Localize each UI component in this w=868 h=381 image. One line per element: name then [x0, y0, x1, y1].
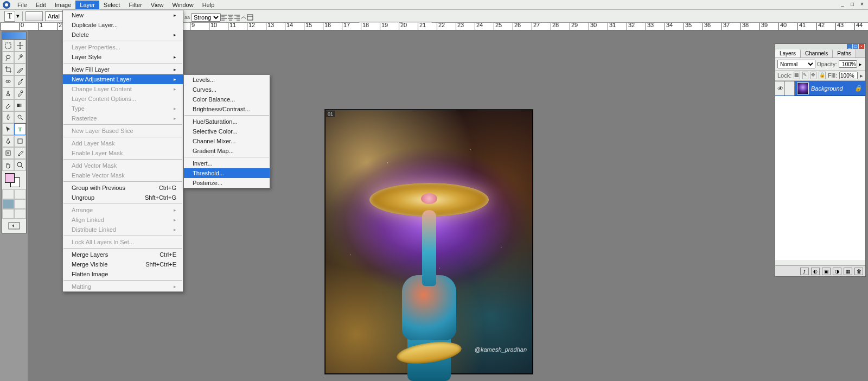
color-swatches[interactable]	[2, 171, 26, 189]
stamp-tool[interactable]	[2, 87, 14, 99]
lock-transparency-button[interactable]: ▩	[794, 72, 800, 79]
quickmask-mode[interactable]	[14, 189, 26, 199]
minimize-button[interactable]: _	[839, 1, 846, 8]
brush-tool[interactable]	[14, 75, 26, 87]
fill-arrow-icon[interactable]: ▸	[860, 72, 863, 79]
panel-close-icon[interactable]: ×	[859, 44, 864, 49]
opacity-input[interactable]	[839, 60, 857, 68]
standard-mode[interactable]	[2, 189, 14, 199]
panel-maximize-icon[interactable]: □	[853, 44, 858, 49]
antialias-select[interactable]: Strong	[191, 13, 221, 22]
foreground-color[interactable]	[5, 173, 15, 183]
menu-item-merge-visible[interactable]: Merge VisibleShft+Ctrl+E	[63, 259, 183, 269]
document-canvas[interactable]: @kamesh_pradhan 01	[325, 110, 533, 374]
menu-item-merge-layers[interactable]: Merge LayersCtrl+E	[63, 250, 183, 259]
marquee-tool[interactable]	[2, 40, 14, 52]
layer-row-background[interactable]: 👁 Background 🔒	[775, 81, 865, 96]
fill-input[interactable]	[839, 72, 858, 79]
hand-tool[interactable]	[2, 159, 14, 171]
blend-mode-select[interactable]: Normal	[777, 60, 815, 68]
tab-paths[interactable]: Paths	[833, 49, 856, 58]
blur-tool[interactable]	[2, 111, 14, 123]
maximize-button[interactable]: □	[848, 1, 856, 8]
pen-tool[interactable]	[2, 135, 14, 147]
screen-mode-2[interactable]	[14, 199, 26, 209]
menu-item-gradient-map[interactable]: Gradient Map...	[184, 146, 270, 156]
path-select-tool[interactable]	[2, 123, 14, 135]
zoom-tool[interactable]	[14, 159, 26, 171]
menu-item-ungroup[interactable]: UngroupShft+Ctrl+G	[63, 193, 183, 202]
toolbox-header[interactable]	[2, 32, 26, 40]
jump-to-button[interactable]	[2, 219, 26, 233]
crop-tool[interactable]	[2, 63, 14, 75]
tab-layers[interactable]: Layers	[775, 49, 801, 58]
new-set-button[interactable]: ▣	[822, 268, 831, 275]
menu-item-channel-mixer[interactable]: Channel Mixer...	[184, 136, 270, 146]
warp-text-button[interactable]	[240, 14, 247, 21]
adjustment-layer-button[interactable]: ◑	[833, 268, 841, 275]
menu-item-selective-color[interactable]: Selective Color...	[184, 126, 270, 136]
link-icon[interactable]	[785, 81, 795, 96]
menu-item-duplicate-layer[interactable]: Duplicate Layer...	[63, 20, 183, 30]
menu-item-flatten-image[interactable]: Flatten Image	[63, 269, 183, 279]
menu-select[interactable]: Select	[99, 1, 125, 9]
screen-mode-3[interactable]	[2, 209, 14, 219]
layer-thumbnail[interactable]	[797, 82, 809, 94]
eyedropper-tool[interactable]	[14, 147, 26, 159]
menu-item-new-fill-layer[interactable]: New Fill Layer	[63, 65, 183, 74]
menu-item-group-with-previous[interactable]: Group with PreviousCtrl+G	[63, 183, 183, 193]
align-right-button[interactable]	[234, 14, 240, 21]
heal-tool[interactable]	[2, 75, 14, 87]
lock-all-button[interactable]: 🔒	[819, 72, 826, 79]
menu-filter[interactable]: Filter	[124, 1, 146, 9]
visibility-icon[interactable]: 👁	[775, 81, 785, 96]
lock-position-button[interactable]: ✥	[810, 72, 816, 79]
menu-item-levels[interactable]: Levels...	[184, 75, 270, 85]
align-center-button[interactable]	[227, 14, 234, 21]
close-button[interactable]: ×	[858, 1, 866, 8]
menu-item-hue-saturation[interactable]: Hue/Saturation...	[184, 117, 270, 126]
menu-item-delete[interactable]: Delete	[63, 30, 183, 40]
menu-edit[interactable]: Edit	[31, 1, 50, 9]
menu-item-posterize[interactable]: Posterize...	[184, 178, 270, 188]
layer-mask-button[interactable]: ◐	[811, 268, 820, 275]
panel-minimize-icon[interactable]: _	[847, 44, 852, 49]
screen-mode-1[interactable]	[2, 199, 14, 209]
menu-item-curves[interactable]: Curves...	[184, 85, 270, 94]
gradient-tool[interactable]	[14, 99, 26, 111]
menu-item-layer-style[interactable]: Layer Style	[63, 52, 183, 62]
eraser-tool[interactable]	[2, 99, 14, 111]
menu-item-invert[interactable]: Invert...	[184, 158, 270, 168]
move-tool[interactable]	[14, 40, 26, 52]
menu-item-brightness-contrast[interactable]: Brightness/Contrast...	[184, 104, 270, 114]
align-left-button[interactable]	[221, 14, 227, 21]
menu-item-new-adjustment-layer[interactable]: New Adjustment Layer	[63, 74, 183, 84]
opacity-arrow-icon[interactable]: ▸	[859, 61, 862, 68]
dodge-tool[interactable]	[14, 111, 26, 123]
new-layer-button[interactable]: ▦	[844, 268, 852, 275]
delete-layer-button[interactable]: 🗑	[854, 268, 863, 275]
lock-pixels-button[interactable]: ✎	[802, 72, 808, 79]
notes-tool[interactable]	[2, 147, 14, 159]
tab-channels[interactable]: Channels	[801, 49, 833, 58]
menu-help[interactable]: Help	[198, 1, 219, 9]
menu-file[interactable]: File	[13, 1, 31, 9]
menu-window[interactable]: Window	[168, 1, 198, 9]
menu-layer[interactable]: Layer	[75, 1, 99, 9]
palettes-button[interactable]	[247, 14, 253, 21]
screen-mode-4[interactable]	[14, 209, 26, 219]
menu-view[interactable]: View	[146, 1, 168, 9]
panel-titlebar[interactable]: _ □ ×	[775, 44, 865, 49]
shape-tool[interactable]	[14, 135, 26, 147]
layer-style-button[interactable]: ƒ	[800, 268, 809, 275]
type-tool[interactable]: T	[14, 123, 26, 135]
menu-item-new[interactable]: New	[63, 10, 183, 20]
tool-preset-button[interactable]	[25, 11, 43, 21]
history-brush-tool[interactable]	[14, 87, 26, 99]
menu-item-threshold[interactable]: Threshold...	[184, 168, 270, 178]
slice-tool[interactable]	[14, 63, 26, 75]
menu-item-color-balance[interactable]: Color Balance...	[184, 94, 270, 104]
lasso-tool[interactable]	[2, 52, 14, 63]
wand-tool[interactable]	[14, 52, 26, 63]
menu-image[interactable]: Image	[50, 1, 76, 9]
